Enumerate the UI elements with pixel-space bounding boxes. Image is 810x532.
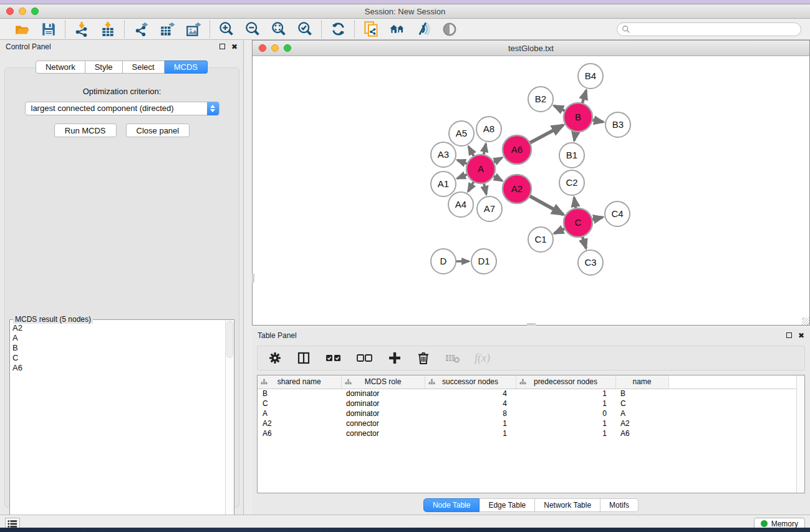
- mcds-result-box: MCDS result (5 nodes) A2ABCA6: [9, 319, 234, 531]
- table-row: A2connector11A2: [258, 418, 804, 428]
- criterion-dropdown[interactable]: largest connected component (directed): [25, 102, 219, 115]
- select-all-columns-icon[interactable]: [325, 351, 342, 365]
- table-cell[interactable]: 1: [516, 389, 615, 399]
- tab-mcds[interactable]: MCDS: [165, 60, 208, 74]
- export-table-icon[interactable]: [158, 21, 176, 38]
- result-scrollbar[interactable]: [225, 320, 234, 531]
- close-network-button[interactable]: [259, 44, 266, 52]
- table-cell[interactable]: 8: [425, 409, 516, 418]
- table-cell[interactable]: 1: [516, 399, 615, 409]
- tab-style[interactable]: Style: [85, 60, 123, 74]
- save-session-icon[interactable]: [40, 21, 57, 38]
- mcds-result-title: MCDS result (5 nodes): [13, 315, 93, 324]
- clone-network-icon[interactable]: [362, 21, 380, 38]
- search-field[interactable]: [617, 22, 801, 36]
- minimize-window-button[interactable]: [19, 7, 26, 15]
- network-hscroll-thumb[interactable]: [527, 323, 536, 326]
- minimize-network-button[interactable]: [271, 44, 279, 52]
- table-panel-title: Table Panel: [258, 331, 297, 340]
- table-cell[interactable]: B: [258, 389, 341, 399]
- import-table-icon[interactable]: [99, 21, 117, 38]
- mcds-result-item[interactable]: A2: [11, 323, 224, 333]
- network-canvas[interactable]: B4B2BB3A5A8A6B1A3AC2A1A2A4A7C4CC1DD1C3: [253, 56, 809, 325]
- export-network-icon[interactable]: [132, 21, 150, 38]
- criterion-label: Optimization criterion:: [5, 87, 239, 96]
- column-header-successor-nodes[interactable]: successor nodes: [425, 375, 516, 389]
- table-cell[interactable]: A: [258, 409, 341, 418]
- zoom-out-icon[interactable]: [244, 21, 261, 38]
- zoom-selected-icon[interactable]: [296, 21, 314, 38]
- table-cell[interactable]: 1: [425, 418, 516, 428]
- network-view-window: testGlobe.txt B4B2BB3A5A8A6B1A3AC2A1A2A4…: [252, 40, 810, 326]
- first-neighbors-icon[interactable]: [388, 21, 406, 38]
- table-cell[interactable]: 4: [425, 389, 516, 399]
- apply-layout-icon[interactable]: [329, 21, 347, 38]
- table-cell[interactable]: A: [615, 409, 668, 418]
- table-scrollbar[interactable]: [796, 375, 804, 493]
- table-cell[interactable]: 4: [425, 399, 516, 409]
- graph-node-label: C: [575, 217, 582, 228]
- table-cell[interactable]: dominator: [341, 389, 425, 399]
- column-header-shared-name[interactable]: shared name: [258, 375, 341, 389]
- open-session-icon[interactable]: [14, 21, 31, 38]
- add-row-icon[interactable]: [387, 351, 402, 365]
- tab-edge-table[interactable]: Edge Table: [480, 498, 535, 512]
- tab-motifs[interactable]: Motifs: [600, 498, 639, 512]
- close-panel-button[interactable]: Close panel: [126, 123, 190, 137]
- window-controls: [6, 7, 39, 15]
- table-cell[interactable]: A2: [615, 418, 668, 428]
- control-tabs: NetworkStyleSelectMCDS: [36, 60, 208, 74]
- tab-network-table[interactable]: Network Table: [535, 498, 600, 512]
- float-panel-icon[interactable]: [219, 43, 225, 51]
- graph-node-label: A5: [456, 128, 467, 138]
- import-network-icon[interactable]: [73, 21, 90, 38]
- column-header-name[interactable]: name: [615, 375, 668, 389]
- table-cell[interactable]: A2: [258, 418, 341, 428]
- table-cell[interactable]: C: [615, 399, 668, 409]
- table-cell[interactable]: C: [258, 399, 341, 409]
- mcds-result-item[interactable]: B: [11, 343, 224, 353]
- table-cell[interactable]: B: [615, 389, 668, 399]
- mcds-result-item[interactable]: C: [11, 353, 224, 363]
- table-cell[interactable]: dominator: [341, 399, 425, 409]
- network-vscroll-thumb[interactable]: [252, 274, 254, 283]
- table-cell[interactable]: A6: [615, 428, 668, 438]
- zoom-window-button[interactable]: [31, 7, 39, 15]
- table-cell[interactable]: 1: [516, 418, 615, 428]
- network-resize-grip[interactable]: [802, 317, 809, 325]
- run-mcds-button[interactable]: Run MCDS: [54, 123, 117, 137]
- mcds-result-item[interactable]: A6: [11, 363, 224, 373]
- split-columns-icon[interactable]: [296, 351, 311, 365]
- export-image-icon[interactable]: [185, 21, 202, 38]
- table-cell[interactable]: A6: [258, 428, 341, 438]
- mcds-result-item[interactable]: A: [11, 333, 224, 343]
- column-attribute-icon: [519, 379, 526, 385]
- table-cell[interactable]: 1: [425, 428, 516, 438]
- column-header-predecessor-nodes[interactable]: predecessor nodes: [516, 375, 615, 389]
- table-cell[interactable]: 0: [516, 409, 615, 418]
- table-row: Cdominator41C: [258, 399, 804, 409]
- zoom-fit-icon[interactable]: [270, 21, 287, 38]
- table-row: Adominator80A: [258, 409, 804, 418]
- tab-network[interactable]: Network: [36, 60, 85, 74]
- close-window-button[interactable]: [6, 7, 14, 15]
- tab-select[interactable]: Select: [123, 60, 165, 74]
- float-table-panel-icon[interactable]: [786, 332, 792, 339]
- tab-node-table[interactable]: Node Table: [423, 498, 480, 512]
- table-settings-icon[interactable]: [268, 351, 282, 365]
- zoom-network-button[interactable]: [284, 44, 291, 52]
- zoom-in-icon[interactable]: [218, 21, 235, 38]
- delete-rows-icon[interactable]: [416, 351, 431, 365]
- close-panel-icon[interactable]: ✖: [231, 43, 238, 51]
- table-cell[interactable]: dominator: [341, 409, 425, 418]
- table-cell[interactable]: 1: [516, 428, 615, 438]
- birds-eye-view-icon[interactable]: [441, 21, 458, 38]
- table-cell[interactable]: connector: [341, 418, 425, 428]
- unselect-all-columns-icon[interactable]: [356, 351, 374, 365]
- table-cell[interactable]: connector: [341, 428, 425, 438]
- hide-graphics-details-icon[interactable]: [415, 21, 432, 38]
- close-table-panel-icon[interactable]: ✖: [798, 332, 804, 339]
- search-input[interactable]: [630, 25, 801, 34]
- column-header-MCDS-role[interactable]: MCDS role: [341, 375, 425, 389]
- memory-status-icon: [761, 520, 768, 527]
